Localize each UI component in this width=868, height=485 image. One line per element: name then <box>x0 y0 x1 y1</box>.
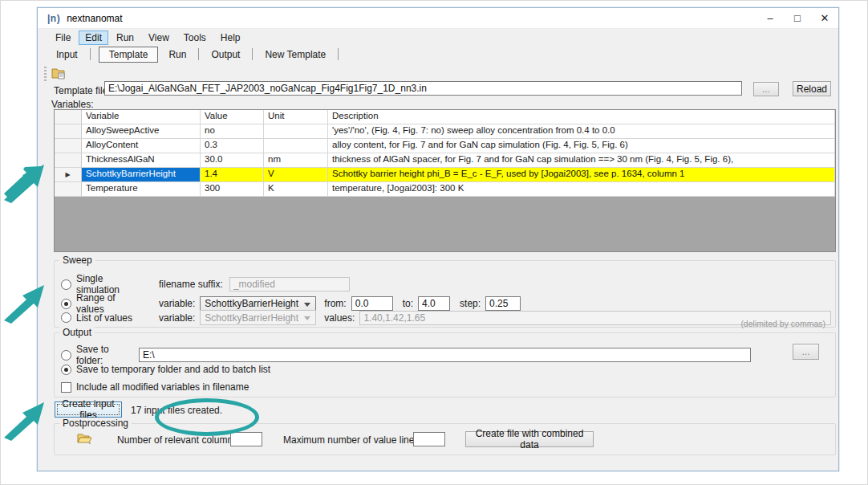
values-hint: (delimited by commas) <box>740 319 825 328</box>
toolbar-grip <box>44 67 47 81</box>
table-row[interactable]: Temperature 300 K temperature, [Jogai200… <box>55 182 835 197</box>
save-folder-input[interactable] <box>139 348 751 362</box>
save-to-folder-label: Save to folder: <box>76 344 134 366</box>
create-input-files-button[interactable]: Create input files <box>55 401 122 418</box>
filename-suffix-label: filename suffix: <box>159 279 223 290</box>
range-of-values-radio[interactable] <box>61 299 71 309</box>
template-file-label: Template file: <box>54 85 111 96</box>
tab-separator <box>198 48 199 60</box>
single-simulation-radio[interactable] <box>61 279 71 290</box>
step-input[interactable] <box>485 296 521 311</box>
include-variables-checkbox[interactable] <box>61 382 71 393</box>
tab-separator <box>90 48 91 60</box>
tab-output[interactable]: Output <box>204 47 247 62</box>
output-group: Output Save to folder: ... Save to tempo… <box>54 332 836 397</box>
table-header-row: Variable Value Unit Description <box>55 110 835 124</box>
create-combined-file-button[interactable]: Create file with combined data <box>465 431 594 447</box>
close-button[interactable]: ✕ <box>811 8 838 28</box>
list-variable-select[interactable]: SchottkyBarrierHeight <box>200 310 316 325</box>
values-label: values: <box>324 312 355 324</box>
status-text: 17 input files created. <box>131 405 222 416</box>
header-selector-cell <box>55 110 82 124</box>
output-legend: Output <box>59 327 95 338</box>
table-row[interactable]: AlloyContent 0.3 alloy content, for Fig.… <box>55 139 835 153</box>
menu-edit[interactable]: Edit <box>79 31 108 45</box>
col-description[interactable]: Description <box>328 110 835 124</box>
browse-folder-button[interactable]: ... <box>793 344 819 360</box>
postprocessing-group: Postprocessing Number of relevant column… <box>54 423 836 455</box>
col-variable[interactable]: Variable <box>82 110 201 124</box>
from-input[interactable] <box>351 296 393 311</box>
range-variable-label: variable: <box>159 298 195 309</box>
window-title: nextnanomat <box>67 13 122 24</box>
value-lines-input[interactable] <box>413 432 445 446</box>
table-row[interactable]: ThicknessAlGaN 30.0 nm thickness of AlGa… <box>55 153 835 168</box>
to-input[interactable] <box>418 296 450 311</box>
menu-view[interactable]: View <box>142 31 176 45</box>
tab-new-template[interactable]: New Template <box>258 47 333 62</box>
browse-template-button[interactable]: ... <box>753 82 779 96</box>
value-lines-label: Maximum number of value lines: <box>283 434 422 446</box>
list-of-values-label: List of values <box>76 312 144 324</box>
list-variable-label: variable: <box>159 312 195 324</box>
relevant-column-input[interactable] <box>230 432 262 446</box>
menu-tools[interactable]: Tools <box>177 31 213 45</box>
menu-help[interactable]: Help <box>214 31 247 45</box>
reload-button[interactable]: Reload <box>793 81 831 96</box>
variables-label: Variables: <box>51 99 93 110</box>
col-unit[interactable]: Unit <box>264 110 328 124</box>
list-of-values-radio[interactable] <box>61 312 71 323</box>
include-variables-label: Include all modified variables in filena… <box>76 381 249 393</box>
tab-bar: Input Template Run Output New Template <box>38 46 838 63</box>
table-row[interactable]: AlloySweepActive no 'yes'/'no', (Fig. 4,… <box>55 124 835 139</box>
tab-separator <box>338 48 339 60</box>
row-selector-arrow-icon: ▶ <box>55 168 82 182</box>
from-label: from: <box>324 298 346 309</box>
to-label: to: <box>403 298 413 309</box>
tab-run[interactable]: Run <box>161 47 193 62</box>
maximize-button[interactable]: □ <box>784 8 811 28</box>
tab-template[interactable]: Template <box>99 47 159 63</box>
chevron-down-icon <box>304 316 310 320</box>
screenshot-canvas: |n) nextnanomat – □ ✕ File Edit Run View… <box>0 0 868 485</box>
filename-suffix-input[interactable] <box>229 277 350 291</box>
step-label: step: <box>460 298 481 309</box>
variables-table: Variable Value Unit Description AlloySwe… <box>54 109 836 252</box>
save-to-folder-radio[interactable] <box>61 350 71 361</box>
relevant-column-label: Number of relevant column: <box>117 434 235 446</box>
sweep-legend: Sweep <box>59 255 95 266</box>
app-window: |n) nextnanomat – □ ✕ File Edit Run View… <box>37 7 839 471</box>
postprocessing-legend: Postprocessing <box>59 418 132 429</box>
tab-separator <box>252 48 253 60</box>
toolbar <box>44 64 66 84</box>
open-folder-icon[interactable] <box>77 432 93 447</box>
template-file-input[interactable] <box>104 81 742 96</box>
menu-bar: File Edit Run View Tools Help <box>38 29 838 46</box>
range-variable-select[interactable]: SchottkyBarrierHeight <box>200 296 316 312</box>
menu-run[interactable]: Run <box>110 31 140 45</box>
col-value[interactable]: Value <box>201 110 264 124</box>
menu-file[interactable]: File <box>49 31 77 45</box>
sweep-group: Sweep Single simulation filename suffix:… <box>54 260 836 328</box>
open-template-icon[interactable] <box>51 67 66 82</box>
title-bar: |n) nextnanomat – □ ✕ <box>38 8 838 29</box>
chevron-down-icon <box>304 303 310 307</box>
app-logo-icon: |n) <box>47 13 60 24</box>
minimize-button[interactable]: – <box>756 8 784 28</box>
tab-input[interactable]: Input <box>49 47 85 62</box>
save-temp-folder-label: Save to temporary folder and add to batc… <box>76 364 270 375</box>
table-row-selected[interactable]: ▶ SchottkyBarrierHeight 1.4 V Schottky b… <box>55 168 835 182</box>
save-temp-folder-radio[interactable] <box>61 365 71 375</box>
